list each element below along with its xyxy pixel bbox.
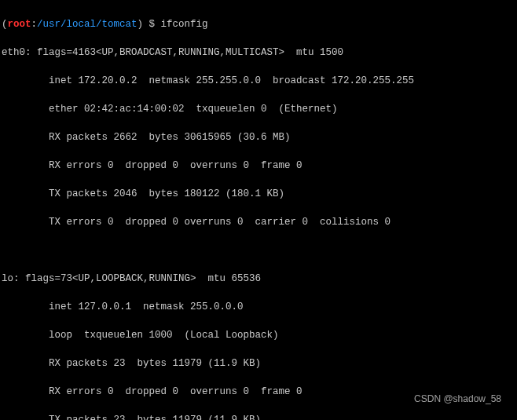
output-line: eth0: flags=4163<UP,BROADCAST,RUNNING,MU… (2, 46, 515, 60)
output-line: TX packets 23 bytes 11979 (11.9 KB) (2, 413, 515, 420)
output-line: RX packets 23 bytes 11979 (11.9 KB) (2, 356, 515, 371)
prompt-path: /usr/local/tomcat (37, 19, 138, 30)
output-line: lo: flags=73<UP,LOOPBACK,RUNNING> mtu 65… (2, 272, 515, 286)
prompt-user: root (8, 19, 31, 30)
command-text: ifconfig (161, 19, 208, 30)
terminal-output[interactable]: (root:/usr/local/tomcat) $ ifconfig eth0… (0, 0, 517, 420)
output-line: loop txqueuelen 1000 (Local Loopback) (2, 328, 515, 342)
output-line: inet 172.20.0.2 netmask 255.255.0.0 broa… (2, 74, 515, 88)
watermark-text: CSDN @shadow_58 (414, 392, 501, 406)
paren-open: ( (2, 19, 8, 30)
prompt-dollar: $ (143, 19, 161, 30)
output-line: TX packets 2046 bytes 180122 (180.1 KB) (2, 187, 515, 201)
output-line: RX packets 2662 bytes 30615965 (30.6 MB) (2, 130, 515, 144)
output-line: TX errors 0 dropped 0 overruns 0 carrier… (2, 215, 515, 229)
prompt-line: (root:/usr/local/tomcat) $ ifconfig (2, 17, 515, 31)
output-line: RX errors 0 dropped 0 overruns 0 frame 0 (2, 159, 515, 173)
output-line: ether 02:42:ac:14:00:02 txqueuelen 0 (Et… (2, 102, 515, 116)
output-line: inet 127.0.0.1 netmask 255.0.0.0 (2, 300, 515, 314)
blank-line (2, 243, 515, 257)
prompt-colon: : (31, 19, 38, 30)
paren-close: ) (138, 19, 144, 30)
